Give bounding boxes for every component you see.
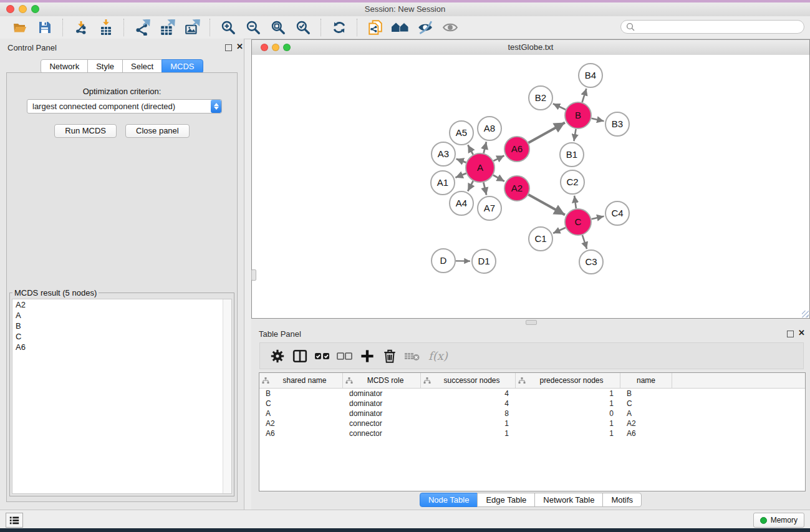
edge-A-A3[interactable] <box>456 159 466 163</box>
graph-node-B4[interactable]: B4 <box>579 64 602 87</box>
edge-A-A5[interactable] <box>468 145 473 154</box>
graph-node-A1[interactable]: A1 <box>431 171 455 195</box>
column-header-shared_name[interactable]: shared name <box>259 373 343 388</box>
delete-column-button[interactable] <box>381 347 398 365</box>
zoom-fit-button[interactable] <box>266 18 291 37</box>
zoom-out-button[interactable] <box>241 18 266 37</box>
tab-node-table[interactable]: Node Table <box>420 493 478 507</box>
graph-node-B1[interactable]: B1 <box>560 143 584 167</box>
add-column-button[interactable] <box>359 347 376 365</box>
show-navigator-button[interactable] <box>388 18 413 37</box>
select-all-rows-button[interactable] <box>314 347 331 365</box>
graph-node-A6[interactable]: A6 <box>504 137 529 162</box>
deselect-all-rows-button[interactable] <box>336 347 354 365</box>
duplicate-network-button[interactable] <box>363 18 388 37</box>
delete-table-button[interactable] <box>403 347 421 365</box>
tab-network[interactable]: Network <box>41 59 88 74</box>
edge-A-A1[interactable] <box>455 173 466 178</box>
task-history-button[interactable] <box>6 513 23 528</box>
horizontal-splitter[interactable] <box>251 319 810 325</box>
graph-node-D1[interactable]: D1 <box>472 249 496 273</box>
edge-C-C1[interactable] <box>553 228 566 233</box>
graph-node-A2[interactable]: A2 <box>504 176 529 201</box>
tab-network-table[interactable]: Network Table <box>534 493 603 507</box>
splitter-grip-icon[interactable] <box>526 320 537 325</box>
edge-A-A2[interactable] <box>493 175 504 181</box>
search-box[interactable] <box>620 20 804 34</box>
zoom-in-button[interactable] <box>216 18 241 37</box>
optimization-criterion-select[interactable]: largest connected component (directed) <box>27 99 222 114</box>
float-panel-icon[interactable] <box>225 44 232 51</box>
graph-node-B3[interactable]: B3 <box>605 112 629 136</box>
tab-motifs[interactable]: Motifs <box>602 493 642 507</box>
table-row-A[interactable]: Adominator80A <box>259 409 805 418</box>
column-header-predecessor_nodes[interactable]: predecessor nodes <box>516 373 620 388</box>
table-row-A2[interactable]: A2connector11A2 <box>259 418 805 428</box>
resize-grip-icon[interactable] <box>802 311 809 317</box>
edge-B-B3[interactable] <box>592 118 604 121</box>
graph-node-B2[interactable]: B2 <box>529 86 552 110</box>
edge-C-C4[interactable] <box>592 216 604 219</box>
edge-A2-C[interactable] <box>528 195 565 215</box>
tab-edge-table[interactable]: Edge Table <box>477 493 535 507</box>
import-table-button[interactable] <box>94 18 118 37</box>
split-view-button[interactable] <box>291 347 309 365</box>
search-input[interactable] <box>638 21 804 32</box>
splitter-grip-icon[interactable] <box>251 269 256 281</box>
column-header-successor_nodes[interactable]: successor nodes <box>421 373 516 388</box>
save-session-button[interactable] <box>32 18 57 37</box>
graph-node-D[interactable]: D <box>432 249 455 273</box>
tab-style[interactable]: Style <box>87 59 123 74</box>
graph-node-C2[interactable]: C2 <box>561 170 584 194</box>
hide-selected-button[interactable] <box>413 18 438 37</box>
graph-node-C4[interactable]: C4 <box>605 201 629 225</box>
export-table-button[interactable] <box>155 18 180 37</box>
refresh-layout-button[interactable] <box>327 18 352 37</box>
edge-A-A6[interactable] <box>493 155 504 161</box>
edge-C-C3[interactable] <box>582 235 587 249</box>
edge-A-A8[interactable] <box>484 142 486 153</box>
close-panel-icon[interactable]: ✕ <box>236 42 243 51</box>
export-network-button[interactable] <box>130 18 155 37</box>
column-header-mcds_role[interactable]: MCDS role <box>343 373 421 388</box>
table-row-C[interactable]: Cdominator41C <box>259 399 805 409</box>
mcds-result-item[interactable]: A <box>12 310 231 321</box>
table-row-A6[interactable]: A6connector11A6 <box>259 428 805 438</box>
edge-B-B2[interactable] <box>553 104 566 109</box>
table-settings-button[interactable] <box>269 347 286 365</box>
network-canvas[interactable]: B4B2BB3B1A5A8A6A3AA1A2A4A7C2C4CC1C3DD1 <box>252 55 809 318</box>
edge-B-B1[interactable] <box>574 129 576 142</box>
edge-A-A7[interactable] <box>483 182 486 195</box>
mcds-result-item[interactable]: C <box>12 331 231 342</box>
graph-node-A[interactable]: A <box>466 153 494 182</box>
graph-node-C1[interactable]: C1 <box>529 227 552 251</box>
edge-C-C2[interactable] <box>574 196 576 208</box>
run-mcds-button[interactable]: Run MCDS <box>54 124 117 138</box>
graph-node-A7[interactable]: A7 <box>478 196 501 220</box>
column-header-name[interactable]: name <box>620 373 672 388</box>
mcds-result-item[interactable]: A6 <box>12 342 231 352</box>
graph-node-C3[interactable]: C3 <box>579 250 603 274</box>
function-builder-button[interactable]: f(x) <box>426 347 448 365</box>
mcds-result-item[interactable]: A2 <box>12 299 231 310</box>
graph-node-A4[interactable]: A4 <box>450 191 473 215</box>
import-network-button[interactable] <box>69 18 94 37</box>
graph-node-A5[interactable]: A5 <box>450 121 473 145</box>
mcds-result-item[interactable]: B <box>12 321 231 331</box>
export-image-button[interactable] <box>180 18 205 37</box>
table-row-B[interactable]: Bdominator41B <box>259 389 805 399</box>
network-window-titlebar[interactable]: testGlobe.txt <box>252 40 809 56</box>
graph-node-A8[interactable]: A8 <box>478 117 501 140</box>
close-table-panel-icon[interactable]: ✕ <box>798 329 805 337</box>
edge-A6-B[interactable] <box>528 123 565 143</box>
edge-A-A4[interactable] <box>468 181 473 191</box>
memory-button[interactable]: Memory <box>753 513 804 528</box>
mcds-result-list[interactable]: A2ABCA6 <box>12 299 232 494</box>
open-file-button[interactable] <box>7 18 32 37</box>
tab-select[interactable]: Select <box>122 59 162 74</box>
graph-node-A3[interactable]: A3 <box>432 142 455 166</box>
close-panel-button[interactable]: Close panel <box>125 124 190 138</box>
float-table-panel-icon[interactable] <box>787 331 794 337</box>
result-scrollbar[interactable] <box>223 299 231 493</box>
tab-mcds[interactable]: MCDS <box>162 59 203 74</box>
